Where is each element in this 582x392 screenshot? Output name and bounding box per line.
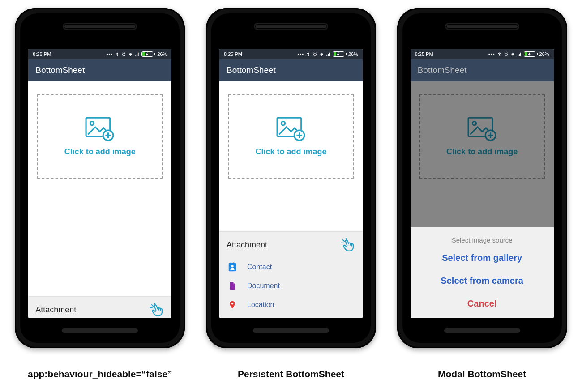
content-area: Click to add image Attachment Contact	[219, 81, 363, 318]
battery-indicator	[524, 51, 538, 57]
status-bar: 8:25 PM ••• 26%	[28, 49, 171, 59]
phone-speaker-bottom	[444, 328, 520, 333]
wifi-icon	[128, 52, 133, 57]
caption-hideable: app:behaviour_hideable=“false”	[28, 369, 172, 379]
more-icon: •••	[297, 51, 304, 57]
bluetooth-icon	[306, 52, 311, 57]
bottom-sheet-expanded[interactable]: Attachment Contact Document	[219, 231, 363, 318]
column-persistent-example: 8:25 PM ••• 26%	[206, 8, 376, 379]
contact-icon	[227, 262, 237, 272]
column-hideable-example: 8:25 PM ••• 26%	[15, 8, 185, 379]
alarm-icon	[312, 52, 317, 57]
tap-icon	[340, 237, 355, 252]
signal-icon	[135, 52, 140, 57]
add-image-label: Click to add image	[255, 147, 326, 157]
status-right: ••• 26%	[107, 51, 167, 57]
attachment-option-document[interactable]: Document	[219, 277, 363, 295]
attachment-option-location[interactable]: Location	[219, 295, 363, 314]
modal-cancel-button[interactable]: Cancel	[467, 292, 497, 315]
app-bar: BottomSheet	[411, 59, 554, 81]
add-image-label: Click to add image	[64, 147, 136, 157]
phone-frame-1: 8:25 PM ••• 26%	[15, 8, 185, 348]
add-image-icon	[85, 117, 115, 141]
bottom-sheet-collapsed[interactable]: Attachment	[28, 296, 171, 318]
screen-1: 8:25 PM ••• 26%	[28, 49, 171, 318]
attachment-option-contact[interactable]: Contact	[219, 258, 363, 277]
add-image-button[interactable]: Click to add image	[37, 94, 163, 179]
app-title: BottomSheet	[35, 65, 85, 75]
app-bar: BottomSheet	[28, 59, 171, 81]
status-bar: 8:25 PM ••• 26%	[219, 49, 363, 59]
phone-frame-2: 8:25 PM ••• 26%	[206, 8, 376, 348]
phone-inner: 8:25 PM ••• 26%	[402, 13, 562, 343]
signal-icon	[517, 52, 522, 57]
add-image-button[interactable]: Click to add image	[228, 94, 354, 179]
column-modal-example: 8:25 PM ••• 26%	[397, 8, 567, 379]
status-time: 8:25 PM	[224, 51, 242, 57]
charging-icon	[145, 52, 150, 57]
status-time: 8:25 PM	[33, 51, 51, 57]
wifi-icon	[510, 52, 515, 57]
status-bar: 8:25 PM ••• 26%	[411, 49, 554, 59]
modal-option-camera[interactable]: Select from camera	[441, 269, 523, 292]
caption-persistent: Persistent BottomSheet	[238, 369, 344, 379]
battery-percent: 26%	[157, 51, 167, 57]
status-time: 8:25 PM	[415, 51, 433, 57]
content-area: Click to add image Attachment	[28, 81, 171, 318]
attachment-option-label: Document	[247, 282, 280, 290]
signal-icon	[326, 52, 331, 57]
modal-title: Select image source	[452, 232, 513, 247]
charging-icon	[527, 52, 532, 57]
wifi-icon	[319, 52, 324, 57]
location-icon	[227, 300, 237, 310]
attachment-option-label: Location	[247, 301, 274, 309]
screen-3: 8:25 PM ••• 26%	[411, 49, 554, 318]
alarm-icon	[121, 52, 126, 57]
battery-indicator	[333, 51, 347, 57]
battery-percent: 26%	[539, 51, 549, 57]
modal-option-gallery[interactable]: Select from gallery	[442, 247, 522, 269]
phone-speaker-bottom	[62, 328, 138, 333]
attachment-option-label: Contact	[247, 263, 272, 271]
more-icon: •••	[107, 51, 113, 57]
status-right: ••• 26%	[297, 51, 358, 57]
sheet-header[interactable]: Attachment	[219, 232, 363, 258]
phone-speaker-bottom	[253, 328, 329, 333]
tap-icon	[149, 302, 164, 317]
phone-inner: 8:25 PM ••• 26%	[20, 13, 180, 343]
content-area: Click to add image Select image source S…	[411, 81, 554, 318]
caption-modal: Modal BottomSheet	[438, 369, 526, 379]
alarm-icon	[504, 52, 509, 57]
document-icon	[227, 281, 237, 291]
app-title: BottomSheet	[418, 65, 467, 75]
bluetooth-icon	[497, 52, 502, 57]
phone-inner: 8:25 PM ••• 26%	[211, 13, 371, 343]
phone-earpiece	[446, 24, 518, 29]
status-right: ••• 26%	[488, 51, 549, 57]
battery-percent: 26%	[348, 51, 358, 57]
phone-frame-3: 8:25 PM ••• 26%	[397, 8, 567, 348]
sheet-header[interactable]: Attachment	[28, 297, 171, 318]
bluetooth-icon	[115, 52, 120, 57]
app-title: BottomSheet	[227, 65, 276, 75]
phone-earpiece	[64, 24, 136, 29]
sheet-title: Attachment	[35, 305, 76, 315]
more-icon: •••	[488, 51, 495, 57]
sheet-title: Attachment	[227, 240, 267, 250]
figure-stage: 8:25 PM ••• 26%	[0, 0, 582, 379]
screen-2: 8:25 PM ••• 26%	[219, 49, 363, 318]
add-image-icon	[276, 117, 306, 141]
charging-icon	[336, 52, 341, 57]
app-bar: BottomSheet	[219, 59, 363, 81]
phone-earpiece	[255, 24, 327, 29]
modal-bottom-sheet: Select image source Select from gallery …	[411, 227, 554, 318]
battery-indicator	[141, 51, 155, 57]
